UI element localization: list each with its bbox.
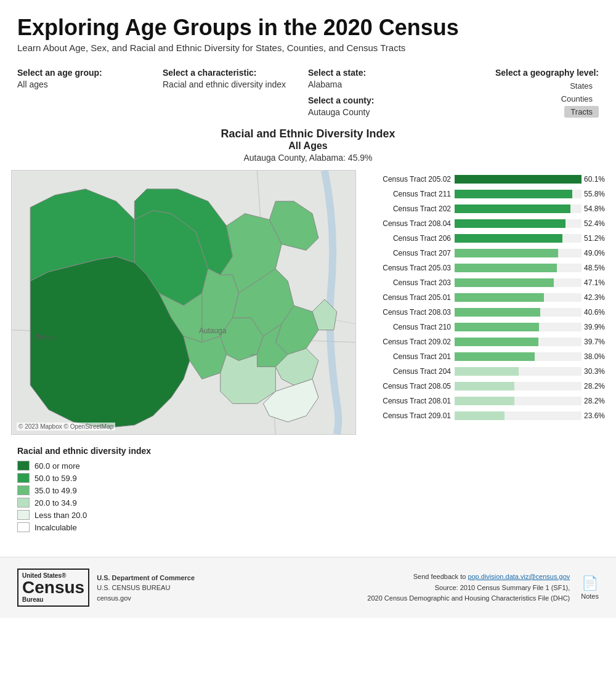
bar-value: 40.6% [584, 308, 605, 317]
dept-name: U.S. Department of Commerce [97, 573, 195, 583]
footer: United States® Census Bureau U.S. Depart… [0, 557, 616, 618]
legend-item: 35.0 to 49.9 [17, 485, 599, 495]
page-header: Exploring Age Groups in the 2020 Census … [0, 0, 616, 59]
footer-logo: United States® Census Bureau U.S. Depart… [17, 569, 367, 607]
footer-source: Source: 2010 Census Summary File 1 (SF1)… [435, 584, 570, 591]
bar-track [455, 234, 582, 243]
bar-track [455, 278, 582, 287]
bar-fill [455, 234, 562, 243]
legend-item: 20.0 to 34.9 [17, 498, 599, 508]
dept-sub1: U.S. CENSUS BUREAU [97, 583, 195, 593]
feedback-pre: Send feedback to [413, 573, 468, 580]
controls-bar: Select an age group: All ages Select a c… [0, 59, 616, 124]
footer-dept: U.S. Department of Commerce U.S. CENSUS … [97, 573, 195, 604]
bar-row: Census Tract 208.0340.6% [362, 306, 605, 319]
bar-row: Census Tract 20138.0% [362, 350, 605, 363]
legend-label: 60.0 or more [34, 461, 80, 471]
bar-label: Census Tract 208.01 [362, 397, 455, 405]
legend-label: 20.0 to 34.9 [34, 498, 77, 508]
bar-value: 52.4% [584, 219, 605, 228]
bar-fill [455, 397, 514, 405]
bar-value: 48.5% [584, 264, 605, 272]
chart-sub-title: All Ages [0, 140, 616, 152]
county-label: Select a county: [308, 95, 453, 105]
feedback-email[interactable]: pop.division.data.viz@census.gov [468, 573, 570, 580]
bar-label: Census Tract 204 [362, 367, 455, 376]
geo-btn-states[interactable]: States [564, 80, 599, 92]
bar-value: 23.6% [584, 411, 605, 420]
bar-fill [455, 175, 582, 184]
bar-track [455, 338, 582, 346]
svg-point-6 [38, 334, 40, 336]
svg-text:Autauga: Autauga [199, 326, 227, 335]
bar-value: 28.2% [584, 382, 605, 391]
bar-row: Census Tract 21155.8% [362, 187, 605, 201]
bar-row: Census Tract 205.0142.3% [362, 291, 605, 304]
age-group-value[interactable]: All ages [17, 79, 163, 89]
bar-label: Census Tract 205.03 [362, 264, 455, 272]
bar-fill [455, 338, 538, 346]
bar-track [455, 249, 582, 257]
characteristic-value[interactable]: Racial and ethnic diversity index [163, 79, 308, 89]
bar-fill [455, 204, 570, 213]
geo-btn-tracts[interactable]: Tracts [564, 106, 599, 118]
map-container: Selma Autauga Montgo © 2023 Mapbox © Ope… [11, 170, 356, 435]
legend-swatch [17, 510, 30, 520]
dept-sub2: census.gov [97, 593, 195, 604]
bar-label: Census Tract 208.03 [362, 308, 455, 317]
bar-label: Census Tract 211 [362, 190, 455, 198]
bar-row: Census Tract 20430.3% [362, 365, 605, 378]
geo-level-control: Select a geography level: States Countie… [453, 68, 599, 118]
bar-row: Census Tract 20749.0% [362, 246, 605, 260]
state-county-control: Select a state: Alabama Select a county:… [308, 68, 453, 117]
map-credit: © 2023 Mapbox © OpenStreetMap [17, 423, 115, 431]
bar-track [455, 293, 582, 302]
bar-value: 51.2% [584, 234, 605, 243]
state-value[interactable]: Alabama [308, 79, 453, 89]
bar-label: Census Tract 210 [362, 323, 455, 331]
bar-fill [455, 323, 539, 331]
bar-value: 30.3% [584, 367, 605, 376]
legend-item: Less than 20.0 [17, 510, 599, 520]
bar-label: Census Tract 206 [362, 234, 455, 243]
legend-item: 60.0 or more [17, 461, 599, 471]
bar-row: Census Tract 208.0128.2% [362, 394, 605, 408]
bar-value: 49.0% [584, 249, 605, 257]
bar-label: Census Tract 208.05 [362, 382, 455, 391]
bar-row: Census Tract 20651.2% [362, 232, 605, 245]
bar-track [455, 382, 582, 391]
bar-track [455, 204, 582, 213]
notes-icon: 📄 [582, 575, 598, 591]
bar-label: Census Tract 209.02 [362, 338, 455, 346]
footer-notes: 📄 Notes [581, 575, 599, 600]
chart-county-label: Autauga County, Alabama: 45.9% [0, 153, 616, 163]
bar-chart: Census Tract 205.0260.1%Census Tract 211… [362, 170, 605, 435]
bar-row: Census Tract 21039.9% [362, 320, 605, 334]
age-group-control: Select an age group: All ages [17, 68, 163, 89]
bar-fill [455, 308, 540, 317]
bar-row: Census Tract 208.0452.4% [362, 217, 605, 230]
legend-label: 50.0 to 59.9 [34, 474, 77, 483]
geo-btn-counties[interactable]: Counties [555, 93, 599, 105]
legend-item: 50.0 to 59.9 [17, 473, 599, 483]
bar-value: 42.3% [584, 293, 605, 302]
bar-track [455, 411, 582, 420]
bar-track [455, 308, 582, 317]
logo-census-text: Census [22, 579, 84, 596]
legend-label: Incalculable [34, 523, 77, 532]
county-value[interactable]: Autauga County [308, 107, 453, 117]
bar-row: Census Tract 209.0123.6% [362, 409, 605, 423]
bar-row: Census Tract 205.0348.5% [362, 261, 605, 275]
bar-fill [455, 190, 572, 198]
bar-label: Census Tract 205.02 [362, 175, 455, 184]
bar-value: 28.2% [584, 397, 605, 405]
bar-value: 55.8% [584, 190, 605, 198]
footer-right: Send feedback to pop.division.data.viz@c… [367, 572, 570, 604]
bar-row: Census Tract 209.0239.7% [362, 335, 605, 349]
bar-fill [455, 411, 505, 420]
notes-label: Notes [581, 593, 599, 600]
chart-main-title: Racial and Ethnic Diversity Index [0, 127, 616, 140]
bar-fill [455, 367, 519, 376]
legend-swatch [17, 473, 30, 483]
bar-value: 38.0% [584, 352, 605, 361]
